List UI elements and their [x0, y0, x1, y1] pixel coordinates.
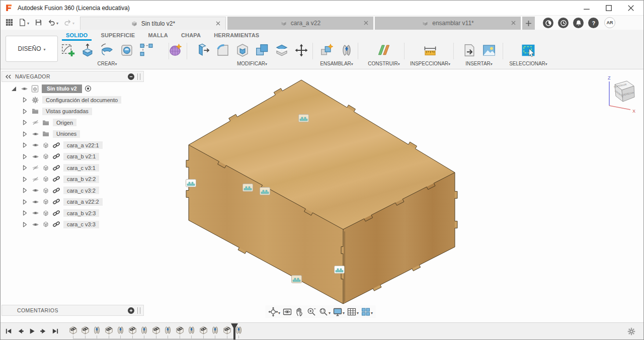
group-label[interactable]: SELECCIONAR	[504, 61, 553, 66]
layout-grid-button[interactable]	[347, 307, 359, 317]
save-button[interactable]	[35, 19, 42, 26]
create-sketch-button[interactable]	[59, 41, 77, 60]
go-to-end-button[interactable]	[51, 327, 59, 335]
maximize-button[interactable]	[605, 5, 612, 12]
joint-feature[interactable]	[163, 325, 173, 335]
file-new-button[interactable]	[19, 18, 29, 27]
shell-button[interactable]	[233, 41, 252, 60]
visibility-eye-icon[interactable]	[31, 131, 40, 137]
step-forward-button[interactable]	[40, 327, 47, 335]
expand-arrow-icon[interactable]	[20, 154, 29, 159]
insert-canvas-button[interactable]	[479, 41, 498, 60]
workspace-selector[interactable]: DISEÑO	[6, 36, 58, 62]
fillet-button[interactable]	[213, 41, 232, 60]
close-button[interactable]	[627, 5, 634, 12]
dropdown-caret-icon[interactable]	[357, 307, 359, 316]
visibility-eye-icon[interactable]	[31, 199, 40, 205]
account-avatar[interactable]: AR	[604, 17, 615, 28]
expand-arrow-icon[interactable]	[20, 188, 29, 193]
group-label[interactable]: CONSTRUIR	[361, 61, 407, 66]
ribbon-tab-chapa[interactable]: CHAPA	[176, 31, 206, 39]
dropdown-caret-icon[interactable]	[278, 307, 280, 316]
expand-arrow-icon[interactable]	[20, 109, 29, 114]
press-pull-button[interactable]	[194, 41, 212, 60]
expand-arrow-icon[interactable]	[20, 199, 29, 205]
notifications-button[interactable]	[573, 18, 584, 28]
document-tab[interactable]: Sin título v2*	[80, 17, 226, 30]
viewport-canvas[interactable]: NAVEGADOR Sin título v2Configuración del…	[1, 69, 643, 322]
close-tab-icon[interactable]	[215, 21, 221, 26]
revolve-button[interactable]	[98, 41, 117, 60]
expand-arrow-icon[interactable]	[9, 86, 18, 92]
component-feature[interactable]	[151, 325, 162, 335]
new-tab-button[interactable]	[522, 17, 535, 30]
display-settings-button[interactable]	[333, 307, 345, 317]
timeline-settings-gear-icon[interactable]	[627, 327, 636, 336]
component-feature[interactable]	[175, 325, 185, 335]
visibility-eye-icon[interactable]	[31, 142, 40, 148]
navigator-root-item[interactable]: Sin título v2	[2, 83, 121, 95]
insert-derive-button[interactable]	[460, 41, 478, 60]
navigator-item[interactable]: cara_b v2:3	[2, 208, 121, 219]
redo-button[interactable]	[64, 18, 74, 27]
expand-arrow-icon[interactable]	[20, 165, 29, 171]
group-label[interactable]: MODIFICAR	[191, 61, 313, 66]
comments-header[interactable]: COMENTARIOS	[2, 305, 144, 316]
group-label[interactable]: INSPECCIONAR	[405, 61, 455, 66]
hole-button[interactable]	[118, 41, 136, 60]
navigator-item[interactable]: Origen	[2, 117, 121, 129]
navigator-item[interactable]: Configuración del documento	[2, 95, 121, 106]
joint-feature[interactable]	[139, 325, 149, 335]
job-status-button[interactable]	[543, 18, 553, 28]
joint-feature[interactable]	[210, 325, 220, 335]
view-cube[interactable]: Z X SUPERIOR FRONTAL DERECHA	[599, 73, 641, 116]
navigator-item[interactable]: cara_a v22:2	[2, 196, 121, 208]
combine-button[interactable]	[253, 41, 271, 60]
expand-arrow-icon[interactable]	[20, 120, 29, 125]
visibility-eye-icon[interactable]	[31, 120, 40, 125]
navigator-item[interactable]: cara_a v22:1	[2, 140, 121, 151]
navigator-header[interactable]: NAVEGADOR	[2, 71, 144, 82]
joint-feature[interactable]	[115, 325, 126, 335]
panel-grip-handle[interactable]	[137, 307, 140, 314]
go-to-start-button[interactable]	[5, 327, 13, 335]
joint-origin-glyph[interactable]	[334, 266, 345, 274]
dropdown-caret-icon[interactable]	[56, 18, 58, 27]
document-tab[interactable]: cara_a v22	[227, 17, 373, 30]
expand-arrow-icon[interactable]	[20, 131, 29, 137]
visibility-eye-icon[interactable]	[31, 177, 40, 182]
measure-button[interactable]	[421, 41, 440, 60]
group-label[interactable]: CREAR	[57, 61, 157, 66]
navigator-item[interactable]: Uniones	[2, 128, 121, 140]
rectangular-pattern-button[interactable]	[137, 41, 156, 60]
visibility-eye-icon[interactable]	[31, 165, 40, 171]
play-button[interactable]	[28, 327, 36, 335]
new-component-button[interactable]	[317, 41, 336, 60]
help-button[interactable]: ?	[588, 18, 599, 28]
component-feature[interactable]	[104, 325, 114, 335]
select-window-button[interactable]	[519, 41, 538, 60]
expand-arrow-icon[interactable]	[20, 97, 29, 103]
step-back-button[interactable]	[17, 327, 24, 335]
recent-documents-button[interactable]	[558, 18, 569, 28]
navigator-item[interactable]: cara_b v2:2	[2, 174, 121, 185]
dropdown-caret-icon[interactable]	[371, 307, 373, 316]
activate-component-radio[interactable]	[84, 85, 93, 92]
fit-button[interactable]	[318, 307, 331, 317]
undo-button[interactable]	[48, 18, 58, 27]
ribbon-tab-solido[interactable]: SOLIDO	[61, 31, 93, 39]
component-feature[interactable]	[68, 325, 78, 335]
joint-origin-glyph[interactable]	[260, 187, 270, 195]
component-feature[interactable]	[80, 325, 91, 335]
expand-comments-button[interactable]	[128, 307, 134, 314]
navigator-item[interactable]: cara_c v3:1	[2, 162, 121, 174]
component-feature[interactable]	[198, 325, 209, 335]
joint-button[interactable]	[337, 41, 356, 60]
expand-arrow-icon[interactable]	[20, 177, 29, 182]
dropdown-caret-icon[interactable]	[343, 307, 345, 316]
joint-feature[interactable]	[92, 325, 102, 335]
app-grid-button[interactable]	[6, 19, 13, 26]
dropdown-caret-icon[interactable]	[329, 307, 331, 316]
close-tab-icon[interactable]	[511, 20, 516, 26]
pan-button[interactable]	[294, 307, 304, 317]
